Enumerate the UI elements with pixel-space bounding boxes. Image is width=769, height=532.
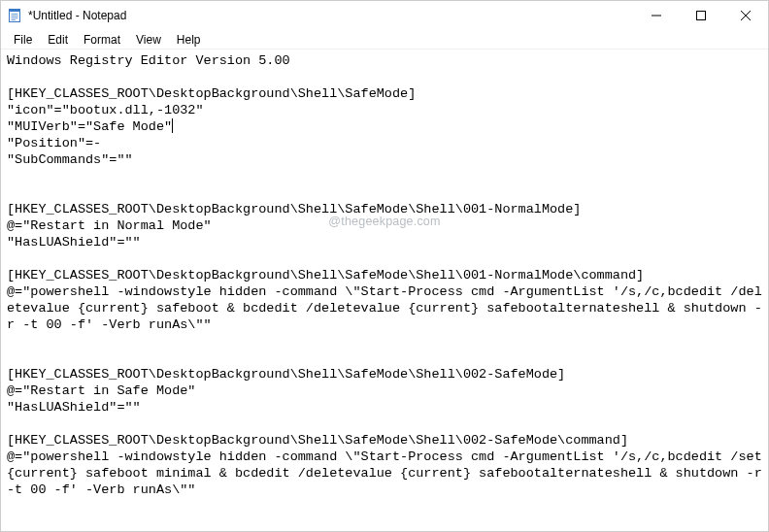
text-line: @="powershell -windowstyle hidden -comma…	[7, 284, 762, 332]
menu-edit[interactable]: Edit	[41, 32, 75, 48]
text-line: @="Restart in Safe Mode"	[7, 383, 195, 398]
text-line: "icon"="bootux.dll,-1032"	[7, 103, 204, 117]
maximize-icon	[696, 11, 706, 20]
text-caret	[172, 118, 173, 133]
menu-view[interactable]: View	[129, 32, 168, 48]
text-line: [HKEY_CLASSES_ROOT\DesktopBackground\She…	[7, 86, 416, 101]
text-line: [HKEY_CLASSES_ROOT\DesktopBackground\She…	[7, 367, 565, 382]
text-line: "Position"=-	[7, 136, 101, 150]
maximize-button[interactable]	[679, 1, 723, 30]
close-icon	[741, 11, 751, 20]
menu-help[interactable]: Help	[170, 32, 208, 48]
svg-rect-7	[697, 12, 706, 20]
window-controls	[634, 1, 768, 30]
svg-rect-1	[10, 10, 20, 13]
text-editor[interactable]: Windows Registry Editor Version 5.00 [HK…	[1, 50, 768, 531]
window-title: *Untitled - Notepad	[28, 9, 126, 22]
text-line: @="powershell -windowstyle hidden -comma…	[7, 449, 768, 497]
text-line: "MUIVerb"="Safe Mode"	[7, 119, 172, 134]
menubar: File Edit Format View Help	[1, 30, 768, 50]
text-line: "HasLUAShield"=""	[7, 235, 141, 249]
minimize-icon	[652, 11, 661, 20]
text-line: [HKEY_CLASSES_ROOT\DesktopBackground\She…	[7, 202, 581, 216]
menu-format[interactable]: Format	[77, 32, 127, 48]
text-line: "SubCommands"=""	[7, 152, 133, 167]
text-line: @="Restart in Normal Mode"	[7, 218, 212, 233]
titlebar-left: *Untitled - Notepad	[1, 8, 126, 23]
close-button[interactable]	[723, 1, 768, 30]
text-line: Windows Registry Editor Version 5.00	[7, 53, 290, 68]
titlebar[interactable]: *Untitled - Notepad	[1, 1, 768, 30]
menu-file[interactable]: File	[7, 32, 39, 48]
text-line: [HKEY_CLASSES_ROOT\DesktopBackground\She…	[7, 433, 628, 448]
notepad-icon	[7, 8, 22, 23]
minimize-button[interactable]	[634, 1, 679, 30]
text-line: [HKEY_CLASSES_ROOT\DesktopBackground\She…	[7, 268, 644, 283]
text-line: "HasLUAShield"=""	[7, 400, 141, 415]
